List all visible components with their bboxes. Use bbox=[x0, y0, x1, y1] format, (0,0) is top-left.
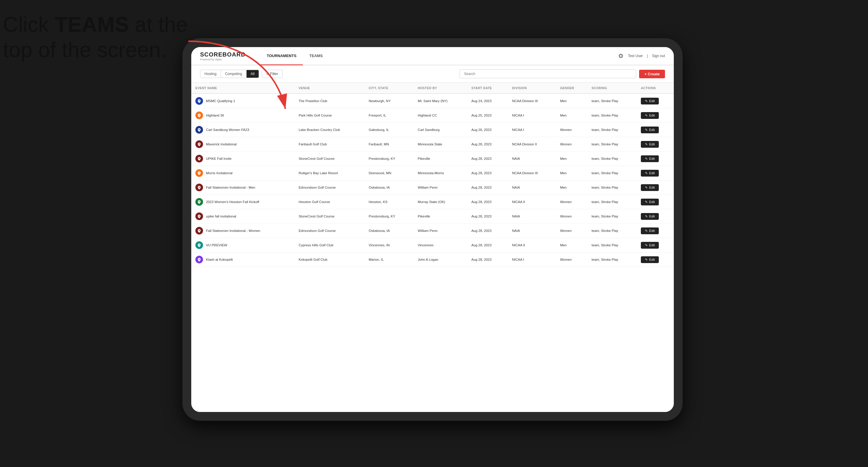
cell-venue: Lake Bracken Country Club bbox=[294, 123, 365, 137]
cell-hosted-by: Murray State (OK) bbox=[414, 195, 467, 209]
edit-icon: ✎ bbox=[645, 243, 648, 247]
cell-venue: Kokopelli Golf Club bbox=[294, 252, 365, 267]
cell-venue: Ruttger's Bay Lake Resort bbox=[294, 166, 365, 180]
table-row: upike fall invitational StoneCrest Golf … bbox=[191, 209, 674, 224]
edit-button[interactable]: ✎ Edit bbox=[641, 112, 659, 119]
cell-city-state: Freeport, IL bbox=[365, 108, 414, 123]
cell-venue: Edmundson Golf Course bbox=[294, 224, 365, 238]
cell-division: NICAA I bbox=[508, 252, 556, 267]
filter-hosting[interactable]: Hosting bbox=[200, 70, 221, 78]
cell-start-date: Aug 28, 2023 bbox=[467, 252, 508, 267]
edit-button[interactable]: ✎ Edit bbox=[641, 141, 659, 148]
cell-division: NCAA Division II bbox=[508, 137, 556, 152]
cell-gender: Men bbox=[556, 108, 587, 123]
table-row: Highland 36 Park Hills Golf Course Freep… bbox=[191, 108, 674, 123]
edit-label: Edit bbox=[649, 215, 655, 218]
event-name-text: VU PREVIEW bbox=[206, 243, 227, 247]
cell-actions: ✎ Edit bbox=[637, 180, 674, 195]
edit-button[interactable]: ✎ Edit bbox=[641, 98, 659, 104]
user-name: Test User bbox=[628, 54, 643, 58]
table-body: MSMC Qualifying 1 The Powelton Club Newb… bbox=[191, 94, 674, 267]
nav-tournaments[interactable]: TOURNAMENTS bbox=[260, 47, 303, 65]
sign-out-link[interactable]: Sign out bbox=[652, 54, 665, 58]
edit-button[interactable]: ✎ Edit bbox=[641, 256, 659, 263]
event-logo bbox=[195, 155, 203, 162]
cell-scoring: team, Stroke Play bbox=[588, 108, 637, 123]
logo-area: SCOREBOARD Powered by clippit bbox=[200, 51, 245, 61]
cell-event-name: MSMC Qualifying 1 bbox=[191, 94, 294, 108]
cell-venue: StoneCrest Golf Course bbox=[294, 209, 365, 224]
cell-start-date: Aug 28, 2023 bbox=[467, 180, 508, 195]
filter-all[interactable]: All bbox=[247, 70, 259, 78]
cell-city-state: Oskaloosa, IA bbox=[365, 180, 414, 195]
cell-actions: ✎ Edit bbox=[637, 123, 674, 137]
cell-division: NICAA II bbox=[508, 238, 556, 252]
cell-actions: ✎ Edit bbox=[637, 108, 674, 123]
col-gender: GENDER bbox=[556, 83, 587, 94]
cell-start-date: Aug 24, 2023 bbox=[467, 94, 508, 108]
edit-icon: ✎ bbox=[645, 186, 648, 189]
cell-hosted-by: Carl Sandburg bbox=[414, 123, 467, 137]
cell-division: NAIA bbox=[508, 209, 556, 224]
logo-sub: Powered by clippit bbox=[200, 58, 245, 61]
edit-button[interactable]: ✎ Edit bbox=[641, 155, 659, 162]
edit-button[interactable]: ✎ Edit bbox=[641, 227, 659, 234]
event-name-text: Fall Statesmen Invitational - Women bbox=[206, 229, 260, 232]
edit-button[interactable]: ✎ Edit bbox=[641, 184, 659, 191]
cell-venue: Park Hills Golf Course bbox=[294, 108, 365, 123]
cell-venue: StoneCrest Golf Course bbox=[294, 152, 365, 166]
cell-venue: Hesston Golf Course bbox=[294, 195, 365, 209]
cell-hosted-by: Vincennes bbox=[414, 238, 467, 252]
create-label: + Create bbox=[644, 72, 660, 76]
col-start-date: START DATE bbox=[467, 83, 508, 94]
edit-button[interactable]: ✎ Edit bbox=[641, 127, 659, 133]
cell-gender: Women bbox=[556, 224, 587, 238]
annotation-teams-bold: TEAMS bbox=[55, 13, 129, 36]
cell-division: NICAA II bbox=[508, 195, 556, 209]
cell-city-state: Faribault, MN bbox=[365, 137, 414, 152]
table-header: EVENT NAME VENUE CITY, STATE HOSTED BY S… bbox=[191, 83, 674, 94]
nav-links: TOURNAMENTS TEAMS bbox=[260, 47, 618, 65]
tournaments-table: EVENT NAME VENUE CITY, STATE HOSTED BY S… bbox=[191, 83, 674, 267]
annotation-text: Click TEAMS at thetop of the screen. bbox=[3, 12, 188, 63]
event-name-text: 2023 Women's Hesston Fall Kickoff bbox=[206, 200, 259, 204]
search-input[interactable] bbox=[460, 69, 636, 78]
cell-city-state: Galesburg, IL bbox=[365, 123, 414, 137]
settings-icon[interactable] bbox=[618, 53, 624, 59]
nav-teams[interactable]: TEAMS bbox=[303, 47, 329, 65]
cell-start-date: Aug 28, 2023 bbox=[467, 238, 508, 252]
table-row: Carl Sandburg Women FA23 Lake Bracken Co… bbox=[191, 123, 674, 137]
table-row: Morris Invitational Ruttger's Bay Lake R… bbox=[191, 166, 674, 180]
cell-hosted-by: Minnesota State bbox=[414, 137, 467, 152]
event-logo bbox=[195, 227, 203, 235]
cell-start-date: Aug 25, 2023 bbox=[467, 108, 508, 123]
edit-button[interactable]: ✎ Edit bbox=[641, 213, 659, 220]
cell-city-state: Deerwood, MN bbox=[365, 166, 414, 180]
col-city-state: CITY, STATE bbox=[365, 83, 414, 94]
cell-venue: The Powelton Club bbox=[294, 94, 365, 108]
cell-gender: Women bbox=[556, 252, 587, 267]
cell-hosted-by: William Penn bbox=[414, 180, 467, 195]
edit-button[interactable]: ✎ Edit bbox=[641, 242, 659, 249]
cell-start-date: Aug 28, 2023 bbox=[467, 166, 508, 180]
cell-division: NAIA bbox=[508, 224, 556, 238]
create-button[interactable]: + Create bbox=[639, 70, 665, 78]
cell-gender: Women bbox=[556, 195, 587, 209]
edit-icon: ✎ bbox=[645, 258, 648, 261]
edit-label: Edit bbox=[649, 186, 655, 189]
event-name-text: Carl Sandburg Women FA23 bbox=[206, 128, 249, 131]
edit-icon: ✎ bbox=[645, 143, 648, 146]
edit-label: Edit bbox=[649, 114, 655, 117]
edit-label: Edit bbox=[649, 229, 655, 232]
cell-actions: ✎ Edit bbox=[637, 209, 674, 224]
cell-scoring: team, Stroke Play bbox=[588, 137, 637, 152]
table-row: UPIKE Fall Invite StoneCrest Golf Course… bbox=[191, 152, 674, 166]
cell-division: NCAA Division III bbox=[508, 166, 556, 180]
edit-button[interactable]: ✎ Edit bbox=[641, 199, 659, 206]
cell-scoring: team, Stroke Play bbox=[588, 252, 637, 267]
advanced-filter-button[interactable]: ≡ Filter bbox=[262, 70, 282, 78]
edit-button[interactable]: ✎ Edit bbox=[641, 170, 659, 177]
cell-actions: ✎ Edit bbox=[637, 252, 674, 267]
event-logo bbox=[195, 198, 203, 206]
filter-competing[interactable]: Competing bbox=[221, 70, 247, 78]
